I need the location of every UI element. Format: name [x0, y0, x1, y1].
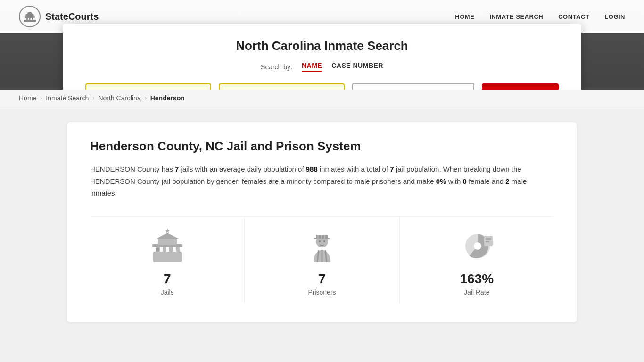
stat-male-count: 2	[505, 177, 509, 185]
nav-home[interactable]: HOME	[455, 13, 474, 20]
breadcrumb-home[interactable]: Home	[19, 94, 36, 102]
main-content: Henderson County, NC Jail and Prison Sys…	[49, 107, 595, 341]
svg-rect-25	[321, 235, 322, 239]
nav-inmate-search[interactable]: INMATE SEARCH	[489, 13, 543, 20]
breadcrumb: Home › Inmate Search › North Carolina › …	[0, 90, 644, 107]
stat-prisoners: 7 Prisoners	[245, 217, 399, 304]
search-inputs-row: North Carolina Alabama Alaska Arizona Ar…	[85, 83, 559, 90]
svg-marker-17	[165, 228, 170, 233]
stat-jails-label: Jails	[161, 288, 174, 296]
content-paragraph: HENDERSON County has 7 jails with an ave…	[90, 163, 554, 199]
svg-marker-16	[156, 233, 179, 239]
stat-jail-rate-number: 163%	[460, 272, 494, 287]
breadcrumb-inmate-search[interactable]: Inmate Search	[46, 94, 89, 102]
breadcrumb-sep-1: ›	[40, 95, 42, 101]
content-card: Henderson County, NC Jail and Prison Sys…	[67, 122, 577, 322]
stat-jail-rate: 163% Jail Rate	[400, 217, 554, 304]
stat-female-pct: 0%	[436, 177, 446, 185]
stat-jail-rate-label: Jail Rate	[464, 288, 489, 296]
building-icon	[149, 228, 186, 266]
stat-jails: 7 Jails	[90, 217, 245, 304]
tab-name[interactable]: NAME	[302, 62, 322, 72]
search-by-label: Search by:	[261, 63, 292, 71]
tab-case-number[interactable]: CASE NUMBER	[331, 62, 383, 72]
state-select[interactable]: North Carolina Alabama Alaska Arizona Ar…	[352, 83, 474, 90]
stat-prisoners-number: 7	[318, 272, 326, 287]
nav-links: HOME INMATE SEARCH CONTACT LOGIN	[455, 13, 625, 20]
svg-rect-9	[153, 252, 182, 262]
nav-login[interactable]: LOGIN	[604, 13, 625, 20]
stats-row: 7 Jails	[90, 216, 554, 304]
svg-point-33	[474, 242, 481, 250]
svg-point-30	[319, 240, 321, 242]
svg-rect-35	[486, 238, 491, 239]
stat-total-jails: 7	[390, 165, 394, 173]
breadcrumb-north-carolina[interactable]: North Carolina	[98, 94, 140, 102]
svg-rect-2	[26, 18, 28, 20]
card-title: North Carolina Inmate Search	[85, 39, 559, 53]
breadcrumb-sep-2: ›	[92, 95, 94, 101]
svg-rect-37	[486, 241, 489, 242]
svg-point-31	[323, 240, 325, 242]
svg-rect-3	[29, 18, 31, 20]
svg-rect-26	[324, 235, 325, 239]
svg-rect-15	[158, 239, 177, 245]
logo-text: StateCourts	[45, 11, 99, 22]
search-by-row: Search by: NAME CASE NUMBER	[85, 62, 559, 72]
search-button[interactable]: SEARCH »	[482, 83, 559, 90]
stat-prisoners-label: Prisoners	[308, 288, 336, 296]
first-name-input[interactable]	[85, 83, 211, 90]
stat-female-count: 0	[462, 177, 466, 185]
last-name-input[interactable]	[219, 83, 345, 90]
content-title: Henderson County, NC Jail and Prison Sys…	[90, 139, 554, 154]
svg-rect-36	[486, 239, 491, 240]
svg-rect-4	[32, 18, 33, 20]
stat-jails-inline: 7	[175, 165, 179, 173]
svg-rect-8	[29, 12, 30, 14]
svg-rect-24	[317, 235, 319, 239]
breadcrumb-sep-3: ›	[145, 95, 147, 101]
pie-chart-icon	[458, 228, 495, 266]
stat-avg-pop: 988	[306, 165, 318, 173]
nav-contact[interactable]: CONTACT	[558, 13, 589, 20]
search-card-wrapper: North Carolina Inmate Search Search by: …	[0, 24, 644, 90]
prisoner-icon	[303, 228, 341, 266]
stat-jails-number: 7	[164, 272, 171, 287]
svg-rect-34	[484, 236, 493, 246]
header: COURTHOUSE StateCourts HOME INMATE SEARC…	[0, 0, 644, 90]
search-card: North Carolina Inmate Search Search by: …	[63, 24, 581, 90]
breadcrumb-current: Henderson	[150, 94, 185, 102]
